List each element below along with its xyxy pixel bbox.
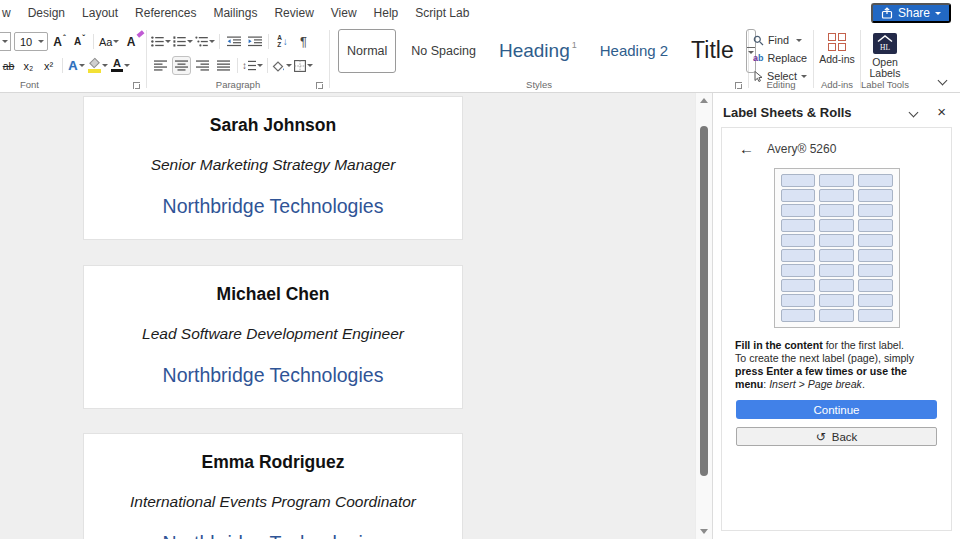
style-chip-normal[interactable]: Normal — [338, 29, 396, 73]
label-cell — [858, 294, 893, 307]
editing-group-label: Editing — [749, 79, 813, 90]
font-name-combo[interactable] — [0, 32, 11, 51]
shrink-font-button[interactable]: Aˇ — [71, 32, 88, 51]
label-cell — [819, 309, 854, 322]
share-button[interactable]: Share — [871, 3, 951, 23]
style-chip-title[interactable]: Title — [683, 29, 742, 73]
instruction-segment: . — [862, 378, 865, 390]
line-spacing-icon: ↕ — [242, 60, 247, 71]
justify-button[interactable] — [214, 56, 233, 75]
styles-group: NormalNo SpacingHeading1Heading 2Title S… — [330, 25, 748, 92]
font-color-button[interactable]: A — [111, 56, 130, 75]
label-tools-group-label: Label Tools — [861, 79, 909, 90]
chevron-down-icon — [79, 64, 85, 67]
label-title[interactable]: International Events Program Coordinator — [84, 492, 462, 512]
menu-tab-script-lab[interactable]: Script Lab — [415, 6, 469, 20]
shading-button[interactable] — [272, 56, 292, 75]
pane-options-chevron-icon[interactable] — [909, 107, 919, 117]
change-case-icon: Aa — [99, 36, 112, 48]
addins-group: Add-ins Add-ins — [814, 25, 860, 92]
font-color-icon: A — [111, 59, 123, 73]
style-chip-no-spacing[interactable]: No Spacing — [403, 29, 484, 73]
menu-tab-help[interactable]: Help — [374, 6, 399, 20]
svg-text:HL: HL — [880, 43, 890, 52]
menu-tab-w[interactable]: w — [2, 6, 11, 20]
align-right-icon — [196, 60, 209, 71]
label-card-1[interactable]: Sarah JohnsonSenior Marketing Strategy M… — [83, 96, 463, 240]
font-size-combo[interactable]: 10 — [14, 32, 48, 51]
multilevel-list-button[interactable] — [195, 32, 215, 51]
menu-tab-design[interactable]: Design — [28, 6, 65, 20]
style-chip-label: Heading 2 — [600, 42, 668, 59]
document-canvas[interactable]: Sarah JohnsonSenior Marketing Strategy M… — [0, 93, 695, 539]
borders-button[interactable] — [294, 56, 313, 75]
share-chevron-icon — [935, 12, 941, 15]
arrow-down-icon: ↓ — [283, 36, 288, 47]
menu-tab-references[interactable]: References — [135, 6, 196, 20]
word-window: wDesignLayoutReferencesMailingsReviewVie… — [0, 0, 960, 540]
bullets-button[interactable] — [151, 32, 171, 51]
subscript-button[interactable]: x₂ — [20, 56, 37, 75]
label-cell — [781, 264, 816, 277]
divider — [267, 58, 268, 73]
sort-button[interactable]: AZ ↓ — [273, 32, 292, 51]
back-button[interactable]: ↺ Back — [736, 427, 937, 446]
label-title[interactable]: Lead Software Development Engineer — [84, 324, 462, 344]
caret-down-icon: ˇ — [82, 33, 85, 42]
menu-tab-mailings[interactable]: Mailings — [213, 6, 257, 20]
label-card-2[interactable]: Michael ChenLead Software Development En… — [83, 265, 463, 409]
increase-indent-button[interactable] — [245, 32, 264, 51]
label-name[interactable]: Emma Rodriguez — [84, 450, 462, 474]
paint-bucket-icon — [272, 60, 285, 72]
close-icon[interactable]: × — [937, 106, 946, 118]
paragraph-dialog-launcher[interactable] — [316, 82, 323, 89]
back-arrow-icon[interactable]: ← — [739, 142, 754, 156]
align-right-button[interactable] — [193, 56, 212, 75]
style-chip-heading[interactable]: Heading1 — [491, 29, 585, 73]
menu-tab-view[interactable]: View — [331, 6, 357, 20]
chevron-down-icon — [124, 64, 130, 67]
label-company[interactable]: Northbridge Technologies — [84, 530, 462, 539]
label-company[interactable]: Northbridge Technologies — [84, 193, 462, 219]
open-labels-icon: HL — [873, 33, 897, 54]
scrollbar-thumb[interactable] — [700, 126, 708, 476]
subscript-icon: x₂ — [24, 60, 34, 72]
sort-icon: AZ — [277, 35, 282, 48]
addins-grid-icon — [828, 33, 846, 51]
label-card-3[interactable]: Emma RodriguezInternational Events Progr… — [83, 433, 463, 539]
open-labels-button[interactable]: HL Open Labels — [861, 31, 909, 79]
find-button[interactable]: Find — [753, 31, 813, 49]
menu-tab-layout[interactable]: Layout — [82, 6, 118, 20]
continue-button[interactable]: Continue — [736, 400, 937, 419]
style-chip-heading-2[interactable]: Heading 2 — [592, 29, 676, 73]
change-case-button[interactable]: Aa — [99, 32, 119, 51]
line-spacing-lines-icon — [248, 60, 256, 71]
document-scrollbar[interactable] — [695, 93, 712, 539]
font-dialog-launcher[interactable] — [133, 82, 140, 89]
clear-formatting-button[interactable]: A — [122, 32, 139, 51]
label-name[interactable]: Michael Chen — [84, 282, 462, 306]
styles-dialog-launcher[interactable] — [735, 82, 742, 89]
show-hide-marks-button[interactable]: ¶ — [294, 32, 313, 51]
collapse-ribbon-icon[interactable] — [938, 76, 948, 86]
addins-button[interactable]: Add-ins — [814, 31, 860, 65]
superscript-button[interactable]: x² — [40, 56, 57, 75]
line-spacing-button[interactable]: ↕ — [242, 56, 263, 75]
label-company[interactable]: Northbridge Technologies — [84, 362, 462, 388]
decrease-indent-button[interactable] — [224, 32, 243, 51]
align-center-button[interactable] — [172, 56, 191, 75]
menu-tab-review[interactable]: Review — [274, 6, 313, 20]
align-left-button[interactable] — [151, 56, 170, 75]
replace-button[interactable]: ab Replace — [753, 49, 813, 67]
grow-font-button[interactable]: Aˆ — [51, 32, 68, 51]
label-title[interactable]: Senior Marketing Strategy Manager — [84, 155, 462, 175]
scroll-down-icon[interactable] — [700, 529, 708, 534]
numbering-button[interactable] — [173, 32, 193, 51]
text-effects-button[interactable]: A — [68, 56, 85, 75]
label-name[interactable]: Sarah Johnson — [84, 113, 462, 137]
ribbon-tail — [909, 25, 960, 92]
text-highlight-button[interactable] — [88, 56, 108, 75]
strikethrough-button[interactable]: ab — [0, 56, 17, 75]
label-cell — [819, 234, 854, 247]
scroll-up-icon[interactable] — [700, 98, 708, 103]
